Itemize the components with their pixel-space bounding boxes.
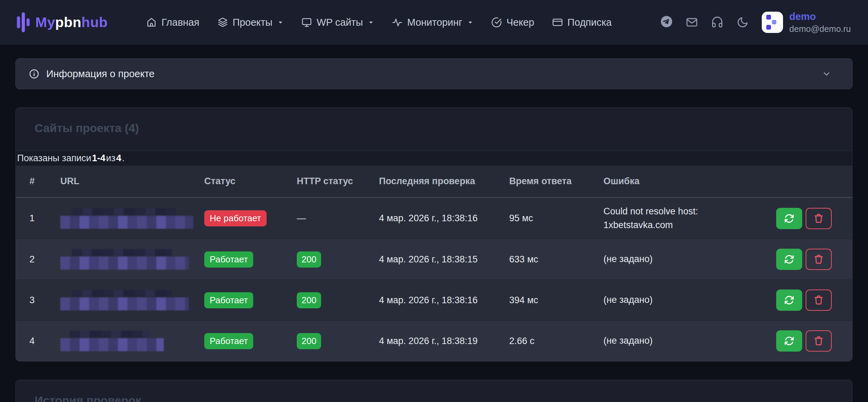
nav-item-checker[interactable]: Чекер xyxy=(491,17,534,28)
refresh-button[interactable] xyxy=(776,208,802,229)
summary-text: из xyxy=(106,153,115,164)
column-header-last-check: Последняя проверка xyxy=(379,176,509,187)
http-status-badge: 200 xyxy=(297,333,321,349)
row-number: 4 xyxy=(29,336,60,346)
brand-bars-icon xyxy=(16,12,30,32)
mail-icon[interactable] xyxy=(686,16,698,28)
summary-total: 4 xyxy=(116,153,121,164)
page-content: Информация о проекте Сайты проекта (4) П… xyxy=(0,58,868,402)
refresh-icon xyxy=(784,295,795,306)
main-menu: Главная Проекты WP сайты Мониторинг Чеке… xyxy=(146,17,612,28)
delete-button[interactable] xyxy=(806,249,832,270)
project-info-panel[interactable]: Информация о проекте xyxy=(15,58,853,89)
status-badge: Не работает xyxy=(204,210,267,226)
user-email: demo@demo.ru xyxy=(789,24,851,34)
telegram-icon[interactable] xyxy=(660,15,673,29)
history-card-title: История проверок xyxy=(16,380,852,402)
error-cell: Could not resolve host: 1xbetstavka.com xyxy=(603,205,775,232)
delete-button[interactable] xyxy=(806,208,832,229)
headphones-icon[interactable] xyxy=(711,16,723,28)
chevron-down-icon xyxy=(368,20,374,25)
brand-name: Mypbnhub xyxy=(35,14,108,31)
last-check: 4 мар. 2026 г., 18:38:15 xyxy=(379,254,509,265)
response-time: 2.66 с xyxy=(509,336,603,346)
url-cell xyxy=(60,208,204,229)
table-body: 1 Не работает — 4 мар. 2026 г., 18:38:16… xyxy=(16,198,852,361)
table-header: # URL Статус HTTP статус Последняя прове… xyxy=(16,166,852,198)
navbar: Mypbnhub Главная Проекты WP сайты Монито… xyxy=(0,0,868,45)
redacted-url xyxy=(60,249,189,270)
last-check: 4 мар. 2026 г., 18:38:16 xyxy=(379,295,509,306)
chevron-down-icon xyxy=(467,20,473,25)
delete-button[interactable] xyxy=(806,289,832,311)
trash-icon xyxy=(813,295,824,306)
redacted-url xyxy=(60,208,193,229)
redacted-url xyxy=(60,290,189,310)
nav-label: Главная xyxy=(161,17,199,28)
sites-card-title: Сайты проекта (4) xyxy=(16,108,852,151)
response-time: 95 мс xyxy=(509,213,603,224)
layers-icon xyxy=(217,17,228,28)
url-cell xyxy=(60,331,204,351)
row-actions xyxy=(775,289,832,311)
http-status-badge: 200 xyxy=(297,292,321,308)
chevron-down-icon xyxy=(278,20,283,25)
row-actions xyxy=(775,208,832,229)
nav-label: Подписка xyxy=(567,17,612,28)
refresh-button[interactable] xyxy=(776,289,802,311)
nav-item-home[interactable]: Главная xyxy=(146,17,199,28)
url-cell xyxy=(60,249,204,270)
nav-item-projects[interactable]: Проекты xyxy=(217,17,283,28)
refresh-icon xyxy=(784,254,795,265)
nav-label: Чекер xyxy=(506,17,534,28)
info-icon xyxy=(29,69,39,79)
summary-text: Показаны записи xyxy=(17,153,91,164)
chevron-down-icon[interactable] xyxy=(821,69,832,79)
error-cell: (не задано) xyxy=(603,293,775,307)
row-actions xyxy=(775,330,832,352)
trash-icon xyxy=(813,335,824,346)
redacted-url xyxy=(60,331,164,351)
refresh-icon xyxy=(784,213,795,224)
activity-icon xyxy=(392,17,403,28)
nav-item-monitoring[interactable]: Мониторинг xyxy=(392,17,473,28)
refresh-icon xyxy=(784,335,795,346)
home-icon xyxy=(146,17,157,28)
refresh-button[interactable] xyxy=(776,330,802,352)
moon-icon[interactable] xyxy=(736,16,749,28)
response-time: 394 мс xyxy=(509,295,603,306)
nav-item-wp-sites[interactable]: WP сайты xyxy=(301,17,374,28)
status-badge: Работает xyxy=(204,251,253,268)
trash-icon xyxy=(813,213,824,224)
table-row: 4 Работает 200 4 мар. 2026 г., 18:38:19 … xyxy=(16,320,852,361)
user-name: demo xyxy=(789,11,851,23)
sites-card: Сайты проекта (4) Показаны записи 1-4 из… xyxy=(15,107,853,362)
http-status: — xyxy=(297,213,306,223)
brand-logo[interactable]: Mypbnhub xyxy=(16,12,108,32)
credit-card-icon xyxy=(552,17,563,28)
table-row: 1 Не работает — 4 мар. 2026 г., 18:38:16… xyxy=(16,198,852,239)
trash-icon xyxy=(813,254,824,265)
column-header-error: Ошибка xyxy=(603,176,775,187)
nav-item-subscription[interactable]: Подписка xyxy=(552,17,612,28)
http-status-badge: 200 xyxy=(297,251,321,268)
history-card: История проверок xyxy=(15,380,853,402)
row-number: 2 xyxy=(29,254,60,265)
user-info: demo demo@demo.ru xyxy=(789,11,851,34)
url-cell xyxy=(60,290,204,310)
row-actions xyxy=(775,249,832,270)
error-cell: (не задано) xyxy=(603,252,775,266)
nav-label: WP сайты xyxy=(317,17,363,28)
row-number: 1 xyxy=(29,213,60,224)
column-header-url: URL xyxy=(60,176,204,187)
last-check: 4 мар. 2026 г., 18:38:16 xyxy=(379,213,509,224)
nav-label: Проекты xyxy=(233,17,272,28)
column-header-num: # xyxy=(29,176,60,187)
last-check: 4 мар. 2026 г., 18:38:19 xyxy=(379,336,509,346)
monitor-icon xyxy=(301,17,312,28)
refresh-button[interactable] xyxy=(776,249,802,270)
column-header-status: Статус xyxy=(204,176,297,187)
check-circle-icon xyxy=(491,17,502,28)
delete-button[interactable] xyxy=(806,330,832,352)
user-menu[interactable]: demo demo@demo.ru xyxy=(762,11,851,34)
